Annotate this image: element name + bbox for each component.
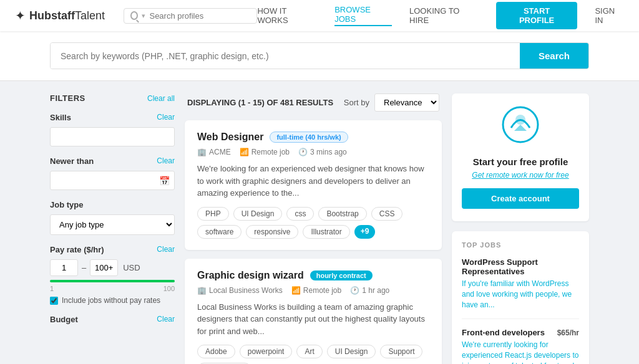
filter-newer-than: Newer than Clear 📅 [50,156,175,190]
clock-icon-2: 🕐 [350,286,359,295]
top-job-name-1[interactable]: WordPress Support Representatives [462,257,579,276]
job-title-row-2: Graphic design wizard hourly contract [197,270,429,281]
filter-skills: Skills Clear [50,113,175,146]
pay-rate-row: – USD [50,259,175,276]
logo-text: HubstaffTalent [29,9,105,22]
job-desc-2: Local Business Works is building a team … [197,301,429,338]
svg-point-1 [515,115,525,125]
filters-title: FILTERS [50,93,85,103]
building-icon-1: 🏢 [197,148,207,156]
tag-uidesign2[interactable]: UI Design [327,345,376,358]
include-no-pay-checkbox[interactable] [50,297,58,305]
job-company-1: 🏢 ACME [197,148,231,156]
pay-max-input[interactable] [90,259,118,276]
results-header: DISPLAYING (1 - 15) OF 481 RESULTS Sort … [185,93,442,112]
job-title-2[interactable]: Graphic design wizard [197,270,304,281]
job-listings: DISPLAYING (1 - 15) OF 481 RESULTS Sort … [185,93,442,364]
filter-budget-clear[interactable]: Clear [157,315,175,324]
profile-icon [462,106,579,150]
profile-card-title: Start your free profile [462,156,579,167]
filter-job-type-label: Job type [50,200,83,209]
job-time-2: 🕐 1 hr ago [350,286,389,295]
clear-all-button[interactable]: Clear all [147,94,175,103]
tag-css2[interactable]: CSS [371,207,403,221]
slider-labels: 1 100 [50,285,175,292]
start-profile-button[interactable]: START PROFILE [496,2,578,29]
pay-min-input[interactable] [50,259,78,276]
job-title-1[interactable]: Web Designer [197,132,263,143]
top-job-rate-2: $65/hr [557,328,579,337]
tag-uidesign1[interactable]: UI Design [233,207,283,221]
job-badge-1: full-time (40 hrs/wk) [270,132,348,143]
sign-in-link[interactable]: SIGN IN [595,6,624,25]
nav-search-bar[interactable]: ▾ [124,8,257,24]
main-content: FILTERS Clear all Skills Clear Newer tha… [0,81,639,364]
job-remote-2: 📶 Remote job [291,286,341,295]
nav-looking-to-hire[interactable]: LOOKING TO HIRE [409,6,479,25]
tag-more-1[interactable]: +9 [354,225,376,239]
tag-software[interactable]: software [197,225,241,239]
filter-budget: Budget Clear [50,315,175,324]
filter-pay-label: Pay rate ($/hr) [50,245,104,254]
nav-how-it-works[interactable]: HOW IT WORKS [257,6,317,25]
nav-browse-jobs[interactable]: BROWSE JOBS [334,5,392,26]
filters-header: FILTERS Clear all [50,93,175,103]
tag-powerpoint1[interactable]: powerpoint [240,345,293,358]
include-no-pay-row: Include jobs without pay rates [50,296,175,305]
search-button[interactable]: Search [520,43,588,69]
clock-icon-1: 🕐 [298,148,308,156]
filter-skills-input[interactable] [50,127,175,146]
filter-job-type: Job type Any job typeFull-timePart-timeH… [50,200,175,235]
filter-newer-clear[interactable]: Clear [157,156,175,166]
profile-card: Start your free profile Get remote work … [452,93,589,221]
sort-select[interactable]: RelevanceNewestOldest [374,93,439,112]
filter-pay-clear[interactable]: Clear [157,245,175,254]
wifi-icon-1: 📶 [240,148,249,156]
right-sidebar: Start your free profile Get remote work … [452,93,589,364]
profile-card-sub: Get remote work now for free [462,171,579,180]
search-hero-inner: Search [50,42,589,69]
filter-skills-clear[interactable]: Clear [157,113,175,122]
top-job-desc-2: We're currently looking for experienced … [462,340,579,364]
slider-max-label: 100 [163,285,175,292]
calendar-icon: 📅 [159,176,170,186]
filter-budget-label: Budget [50,315,78,324]
tag-php[interactable]: PHP [197,207,229,221]
pay-currency: USD [123,263,140,272]
hero-search-input[interactable] [51,43,520,69]
include-no-pay-label: Include jobs without pay rates [62,296,160,305]
top-job-2: Front-end developers $65/hr We're curren… [462,328,579,364]
pay-separator: – [82,263,86,272]
logo: ✦ HubstaffTalent [15,8,105,23]
filter-pay-header: Pay rate ($/hr) Clear [50,245,175,254]
filter-date-wrap: 📅 [50,171,175,190]
tag-support[interactable]: Support [380,345,422,358]
tag-bootstrap[interactable]: Bootstrap [318,207,366,221]
tag-illustrator[interactable]: Illustrator [303,225,349,239]
search-icon [130,11,138,20]
filters-sidebar: FILTERS Clear all Skills Clear Newer tha… [50,93,175,334]
job-title-row-1: Web Designer full-time (40 hrs/wk) [197,132,429,143]
tag-responsive[interactable]: responsive [246,225,298,239]
filter-date-input[interactable] [50,171,175,190]
tag-adobe[interactable]: Adobe [197,345,235,358]
filter-job-type-header: Job type [50,200,175,209]
filter-job-type-select[interactable]: Any job typeFull-timePart-timeHourly [50,214,175,235]
job-time-1: 🕐 3 mins ago [298,148,347,156]
job-meta-2: 🏢 Local Business Works 📶 Remote job 🕐 1 … [197,286,429,295]
navbar: ✦ HubstaffTalent ▾ HOW IT WORKS BROWSE J… [0,0,639,31]
tag-art[interactable]: Art [296,345,322,358]
create-account-button[interactable]: Create account [462,188,579,209]
filter-pay-rate: Pay rate ($/hr) Clear – USD 1 100 Includ… [50,245,175,305]
job-meta-1: 🏢 ACME 📶 Remote job 🕐 3 mins ago [197,148,429,156]
top-job-name-2[interactable]: Front-end developers $65/hr [462,328,579,337]
job-company-2: 🏢 Local Business Works [197,286,283,295]
job-tags-1: PHP UI Design css Bootstrap CSS software… [197,207,429,239]
tag-css1[interactable]: css [286,207,314,221]
profile-free-link[interactable]: free [556,171,569,180]
nav-search-input[interactable] [149,11,250,21]
logo-icon: ✦ [15,8,26,23]
filter-budget-header: Budget Clear [50,315,175,324]
sort-row: Sort by RelevanceNewestOldest [344,93,439,112]
filter-skills-header: Skills Clear [50,113,175,122]
